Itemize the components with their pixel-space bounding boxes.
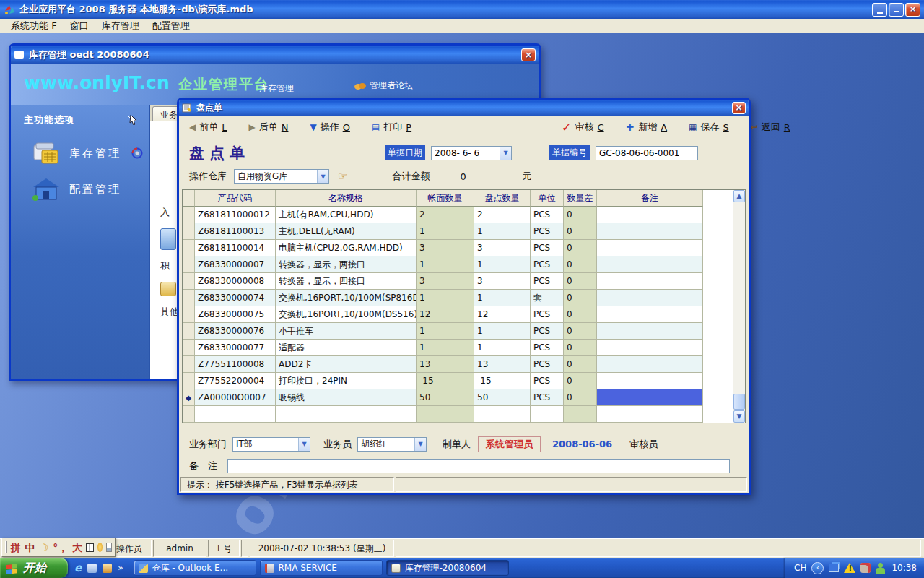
table-cell[interactable]: [474, 406, 531, 423]
table-cell[interactable]: 0: [564, 356, 597, 373]
save-button[interactable]: ▦保存S: [689, 121, 729, 134]
table-cell[interactable]: [597, 256, 703, 273]
ime-item[interactable]: 中: [25, 543, 35, 553]
table-cell[interactable]: PCS: [531, 306, 564, 323]
table-cell[interactable]: PCS: [531, 323, 564, 340]
table-cell[interactable]: [531, 406, 564, 423]
table-cell[interactable]: 0: [564, 240, 597, 256]
table-cell[interactable]: PCS: [531, 373, 564, 389]
table-cell[interactable]: 2: [417, 207, 474, 223]
table-cell[interactable]: [195, 406, 276, 423]
taskbar-task-button[interactable]: 库存管理-20080604: [386, 560, 509, 576]
table-cell[interactable]: PCS: [531, 240, 564, 256]
ime-item[interactable]: ☽: [40, 543, 49, 553]
taskbar-task-button[interactable]: RMA SERVICE: [260, 560, 383, 576]
menu-item[interactable]: 配置管理: [146, 19, 196, 33]
ime-item[interactable]: °，: [53, 543, 68, 553]
table-cell[interactable]: PCS: [531, 389, 564, 406]
quick-launch-icon[interactable]: [103, 564, 112, 573]
language-indicator[interactable]: CH: [794, 563, 806, 573]
scroll-down-icon[interactable]: ▼: [733, 410, 745, 423]
table-cell[interactable]: [417, 406, 474, 423]
chevron-down-icon[interactable]: ▼: [317, 170, 328, 183]
dialog-close-button[interactable]: ×: [732, 102, 746, 114]
table-cell[interactable]: 1: [474, 256, 531, 273]
table-cell[interactable]: [597, 240, 703, 256]
date-combobox[interactable]: 2008- 6- 6 ▼: [431, 146, 512, 160]
table-row[interactable]: Z68330000008转换器，显示，四接口33PCS0: [183, 273, 704, 290]
table-row[interactable]: Z68181100014电脑主机(CPU2.0G,RAM,HDD)33PCS0: [183, 240, 704, 256]
table-cell[interactable]: PCS: [531, 207, 564, 223]
dialog-title-bar[interactable]: 盘点单 ×: [179, 100, 749, 116]
table-row[interactable]: Z68330000075交换机,16PORT,10/100M(DS516)121…: [183, 306, 704, 323]
prev-button[interactable]: ◀前单L: [189, 121, 227, 134]
table-cell[interactable]: ADD2卡: [276, 356, 417, 373]
table-cell[interactable]: 3: [417, 273, 474, 290]
quick-launch-icon[interactable]: [87, 564, 97, 573]
table-cell[interactable]: 0: [564, 273, 597, 290]
remark-input[interactable]: [227, 459, 730, 473]
table-cell[interactable]: [597, 340, 703, 356]
ime-option-icon[interactable]: [97, 543, 103, 552]
table-cell[interactable]: 转换器，显示，两接口: [276, 256, 417, 273]
table-cell[interactable]: Z681811000012: [195, 207, 276, 223]
table-cell[interactable]: 50: [417, 389, 474, 406]
table-cell[interactable]: 主机(有RAM,CPU,HDD): [276, 207, 417, 223]
table-cell[interactable]: Z68181100013: [195, 223, 276, 240]
ime-item[interactable]: 大: [72, 543, 82, 553]
close-button[interactable]: ×: [905, 3, 920, 17]
table-cell[interactable]: [597, 356, 703, 373]
inventory-window-close-button[interactable]: ×: [521, 48, 536, 61]
table-cell[interactable]: 打印接口，24PIN: [276, 373, 417, 389]
messenger-icon[interactable]: [876, 563, 885, 574]
table-row[interactable]: Z77551100008ADD2卡1313PCS0: [183, 356, 704, 373]
blocked-icon[interactable]: [860, 563, 871, 573]
table-cell[interactable]: [597, 290, 703, 306]
table-cell[interactable]: 0: [564, 207, 597, 223]
table-cell[interactable]: [597, 406, 703, 423]
table-cell[interactable]: [564, 406, 597, 423]
print-button[interactable]: ▤打印P: [372, 121, 411, 134]
table-cell[interactable]: Z68330000074: [195, 290, 276, 306]
table-cell[interactable]: 0: [564, 306, 597, 323]
ime-notepad-icon[interactable]: [106, 543, 112, 552]
taskbar-task-button[interactable]: 仓库 - Outlook E...: [134, 560, 256, 576]
table-row[interactable]: Z68330000007转换器，显示，两接口11PCS0: [183, 256, 704, 273]
vertical-scrollbar[interactable]: ▲ ▼: [733, 190, 745, 423]
table-cell[interactable]: 1: [474, 323, 531, 340]
table-cell[interactable]: 适配器: [276, 340, 417, 356]
ime-item[interactable]: 拼: [11, 543, 21, 553]
return-button[interactable]: ↩返回R: [751, 121, 790, 134]
table-row[interactable]: Z68330000076小手推车11PCS0: [183, 323, 704, 340]
table-cell[interactable]: [597, 273, 703, 290]
sidebar-item-inventory[interactable]: 库存管理: [11, 135, 149, 171]
table-cell[interactable]: 电脑主机(CPU2.0G,RAM,HDD): [276, 240, 417, 256]
table-row[interactable]: [183, 406, 704, 423]
table-cell[interactable]: 0: [564, 223, 597, 240]
warning-icon[interactable]: [844, 563, 855, 573]
table-cell[interactable]: Z68181100014: [195, 240, 276, 256]
audit-button[interactable]: ✓审核C: [562, 121, 603, 134]
table-cell[interactable]: [597, 373, 703, 389]
table-cell[interactable]: PCS: [531, 273, 564, 290]
keyboard-icon[interactable]: [86, 543, 93, 552]
table-cell[interactable]: 转换器，显示，四接口: [276, 273, 417, 290]
table-cell[interactable]: 13: [474, 356, 531, 373]
table-cell[interactable]: 1: [417, 323, 474, 340]
table-cell[interactable]: Z68330000007: [195, 256, 276, 273]
table-row[interactable]: Z77552200004打印接口，24PIN-15-15PCS0: [183, 373, 704, 389]
table-cell[interactable]: 2: [474, 207, 531, 223]
table-cell[interactable]: 3: [417, 240, 474, 256]
table-cell[interactable]: Z77551100008: [195, 356, 276, 373]
sidebar-item-config[interactable]: 配置管理: [11, 171, 149, 207]
table-cell[interactable]: [597, 323, 703, 340]
table-cell[interactable]: 12: [417, 306, 474, 323]
table-row[interactable]: Z68181100013主机,DELL(无RAM)11PCS0: [183, 223, 704, 240]
scroll-up-icon[interactable]: ▲: [733, 190, 745, 202]
table-cell[interactable]: Z68330000076: [195, 323, 276, 340]
chevron-down-icon[interactable]: ▼: [414, 438, 426, 451]
table-cell[interactable]: 1: [417, 256, 474, 273]
table-cell[interactable]: -15: [417, 373, 474, 389]
table-cell[interactable]: 1: [417, 290, 474, 306]
table-cell[interactable]: [597, 223, 703, 240]
